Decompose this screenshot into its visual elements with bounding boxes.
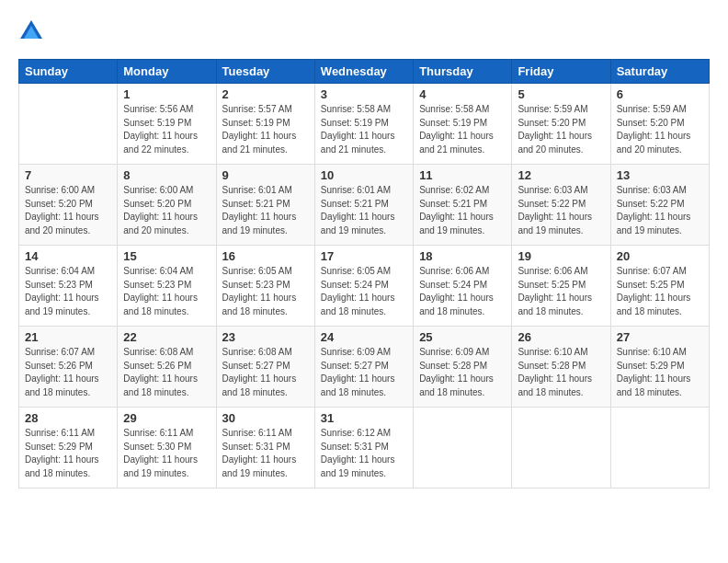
day-cell: 28 Sunrise: 6:11 AMSunset: 5:29 PMDaylig… bbox=[19, 408, 118, 488]
day-cell: 7 Sunrise: 6:00 AMSunset: 5:20 PMDayligh… bbox=[19, 165, 118, 246]
logo-icon bbox=[18, 18, 44, 44]
day-cell: 8 Sunrise: 6:00 AMSunset: 5:20 PMDayligh… bbox=[118, 165, 216, 246]
day-info: Sunrise: 5:57 AMSunset: 5:19 PMDaylight:… bbox=[222, 104, 297, 155]
day-cell: 5 Sunrise: 5:59 AMSunset: 5:20 PMDayligh… bbox=[512, 84, 610, 165]
day-info: Sunrise: 6:07 AMSunset: 5:25 PMDaylight:… bbox=[617, 266, 691, 316]
logo bbox=[18, 18, 48, 44]
day-cell: 10 Sunrise: 6:01 AMSunset: 5:21 PMDaylig… bbox=[314, 165, 413, 246]
day-info: Sunrise: 6:03 AMSunset: 5:22 PMDaylight:… bbox=[518, 185, 592, 236]
day-info: Sunrise: 5:58 AMSunset: 5:19 PMDaylight:… bbox=[419, 104, 494, 155]
calendar: SundayMondayTuesdayWednesdayThursdayFrid… bbox=[18, 59, 710, 488]
day-number: 1 bbox=[123, 87, 210, 101]
day-cell: 31 Sunrise: 6:12 AMSunset: 5:31 PMDaylig… bbox=[314, 408, 413, 488]
day-number: 17 bbox=[321, 249, 407, 263]
day-info: Sunrise: 6:11 AMSunset: 5:30 PMDaylight:… bbox=[123, 428, 198, 478]
day-cell: 4 Sunrise: 5:58 AMSunset: 5:19 PMDayligh… bbox=[414, 84, 512, 165]
day-cell: 20 Sunrise: 6:07 AMSunset: 5:25 PMDaylig… bbox=[610, 246, 709, 327]
day-cell: 19 Sunrise: 6:06 AMSunset: 5:25 PMDaylig… bbox=[512, 246, 610, 327]
day-info: Sunrise: 6:10 AMSunset: 5:29 PMDaylight:… bbox=[617, 347, 691, 397]
weekday-header-wednesday: Wednesday bbox=[314, 60, 413, 84]
day-info: Sunrise: 6:08 AMSunset: 5:27 PMDaylight:… bbox=[222, 347, 297, 397]
day-number: 18 bbox=[419, 249, 506, 263]
day-number: 29 bbox=[123, 411, 210, 425]
day-number: 5 bbox=[518, 87, 604, 101]
day-cell: 12 Sunrise: 6:03 AMSunset: 5:22 PMDaylig… bbox=[512, 165, 610, 246]
day-info: Sunrise: 6:04 AMSunset: 5:23 PMDaylight:… bbox=[123, 266, 198, 316]
day-number: 9 bbox=[222, 168, 309, 182]
day-cell: 17 Sunrise: 6:05 AMSunset: 5:24 PMDaylig… bbox=[314, 246, 413, 327]
day-cell: 29 Sunrise: 6:11 AMSunset: 5:30 PMDaylig… bbox=[118, 408, 216, 488]
day-info: Sunrise: 5:59 AMSunset: 5:20 PMDaylight:… bbox=[617, 104, 691, 155]
day-number: 26 bbox=[518, 330, 604, 344]
day-number: 16 bbox=[222, 249, 309, 263]
day-number: 19 bbox=[518, 249, 604, 263]
weekday-header-friday: Friday bbox=[512, 60, 610, 84]
day-info: Sunrise: 6:09 AMSunset: 5:28 PMDaylight:… bbox=[419, 347, 494, 397]
day-number: 31 bbox=[321, 411, 407, 425]
weekday-header-row: SundayMondayTuesdayWednesdayThursdayFrid… bbox=[19, 60, 710, 84]
day-info: Sunrise: 6:04 AMSunset: 5:23 PMDaylight:… bbox=[25, 266, 99, 316]
day-cell: 11 Sunrise: 6:02 AMSunset: 5:21 PMDaylig… bbox=[414, 165, 512, 246]
day-cell: 23 Sunrise: 6:08 AMSunset: 5:27 PMDaylig… bbox=[216, 327, 314, 408]
week-row-5: 28 Sunrise: 6:11 AMSunset: 5:29 PMDaylig… bbox=[19, 408, 710, 488]
day-info: Sunrise: 5:59 AMSunset: 5:20 PMDaylight:… bbox=[518, 104, 592, 155]
day-number: 11 bbox=[419, 168, 506, 182]
day-number: 30 bbox=[222, 411, 309, 425]
day-number: 6 bbox=[617, 87, 703, 101]
day-number: 10 bbox=[321, 168, 407, 182]
day-number: 4 bbox=[419, 87, 506, 101]
day-number: 7 bbox=[25, 168, 111, 182]
day-number: 15 bbox=[123, 249, 210, 263]
day-number: 8 bbox=[123, 168, 210, 182]
week-row-3: 14 Sunrise: 6:04 AMSunset: 5:23 PMDaylig… bbox=[19, 246, 710, 327]
day-number: 13 bbox=[617, 168, 703, 182]
day-cell: 16 Sunrise: 6:05 AMSunset: 5:23 PMDaylig… bbox=[216, 246, 314, 327]
weekday-header-thursday: Thursday bbox=[414, 60, 512, 84]
weekday-header-sunday: Sunday bbox=[19, 60, 118, 84]
day-cell: 9 Sunrise: 6:01 AMSunset: 5:21 PMDayligh… bbox=[216, 165, 314, 246]
week-row-4: 21 Sunrise: 6:07 AMSunset: 5:26 PMDaylig… bbox=[19, 327, 710, 408]
day-cell: 26 Sunrise: 6:10 AMSunset: 5:28 PMDaylig… bbox=[512, 327, 610, 408]
day-number: 3 bbox=[321, 87, 407, 101]
day-info: Sunrise: 6:11 AMSunset: 5:31 PMDaylight:… bbox=[222, 428, 297, 478]
page: SundayMondayTuesdayWednesdayThursdayFrid… bbox=[0, 0, 728, 563]
day-info: Sunrise: 6:09 AMSunset: 5:27 PMDaylight:… bbox=[321, 347, 395, 397]
day-info: Sunrise: 5:56 AMSunset: 5:19 PMDaylight:… bbox=[123, 104, 198, 155]
week-row-1: 1 Sunrise: 5:56 AMSunset: 5:19 PMDayligh… bbox=[19, 84, 710, 165]
day-number: 24 bbox=[321, 330, 407, 344]
day-cell bbox=[512, 408, 610, 488]
day-cell bbox=[19, 84, 118, 165]
day-info: Sunrise: 6:01 AMSunset: 5:21 PMDaylight:… bbox=[222, 185, 297, 236]
day-cell: 15 Sunrise: 6:04 AMSunset: 5:23 PMDaylig… bbox=[118, 246, 216, 327]
day-cell: 3 Sunrise: 5:58 AMSunset: 5:19 PMDayligh… bbox=[314, 84, 413, 165]
day-info: Sunrise: 6:00 AMSunset: 5:20 PMDaylight:… bbox=[123, 185, 198, 236]
day-number: 22 bbox=[123, 330, 210, 344]
day-cell: 2 Sunrise: 5:57 AMSunset: 5:19 PMDayligh… bbox=[216, 84, 314, 165]
day-cell bbox=[610, 408, 709, 488]
day-info: Sunrise: 6:12 AMSunset: 5:31 PMDaylight:… bbox=[321, 428, 395, 478]
day-info: Sunrise: 6:06 AMSunset: 5:25 PMDaylight:… bbox=[518, 266, 592, 316]
weekday-header-tuesday: Tuesday bbox=[216, 60, 314, 84]
weekday-header-monday: Monday bbox=[118, 60, 216, 84]
day-cell: 13 Sunrise: 6:03 AMSunset: 5:22 PMDaylig… bbox=[610, 165, 709, 246]
day-info: Sunrise: 6:05 AMSunset: 5:23 PMDaylight:… bbox=[222, 266, 297, 316]
day-number: 12 bbox=[518, 168, 604, 182]
day-number: 23 bbox=[222, 330, 309, 344]
day-info: Sunrise: 6:02 AMSunset: 5:21 PMDaylight:… bbox=[419, 185, 494, 236]
day-number: 27 bbox=[617, 330, 703, 344]
day-cell: 25 Sunrise: 6:09 AMSunset: 5:28 PMDaylig… bbox=[414, 327, 512, 408]
day-info: Sunrise: 6:00 AMSunset: 5:20 PMDaylight:… bbox=[25, 185, 99, 236]
day-info: Sunrise: 6:11 AMSunset: 5:29 PMDaylight:… bbox=[25, 428, 99, 478]
week-row-2: 7 Sunrise: 6:00 AMSunset: 5:20 PMDayligh… bbox=[19, 165, 710, 246]
day-number: 2 bbox=[222, 87, 309, 101]
day-cell: 14 Sunrise: 6:04 AMSunset: 5:23 PMDaylig… bbox=[19, 246, 118, 327]
day-info: Sunrise: 6:08 AMSunset: 5:26 PMDaylight:… bbox=[123, 347, 198, 397]
day-info: Sunrise: 6:06 AMSunset: 5:24 PMDaylight:… bbox=[419, 266, 494, 316]
day-cell: 21 Sunrise: 6:07 AMSunset: 5:26 PMDaylig… bbox=[19, 327, 118, 408]
day-cell: 18 Sunrise: 6:06 AMSunset: 5:24 PMDaylig… bbox=[414, 246, 512, 327]
weekday-header-saturday: Saturday bbox=[610, 60, 709, 84]
day-cell bbox=[414, 408, 512, 488]
day-number: 28 bbox=[25, 411, 111, 425]
day-cell: 6 Sunrise: 5:59 AMSunset: 5:20 PMDayligh… bbox=[610, 84, 709, 165]
day-info: Sunrise: 6:01 AMSunset: 5:21 PMDaylight:… bbox=[321, 185, 395, 236]
